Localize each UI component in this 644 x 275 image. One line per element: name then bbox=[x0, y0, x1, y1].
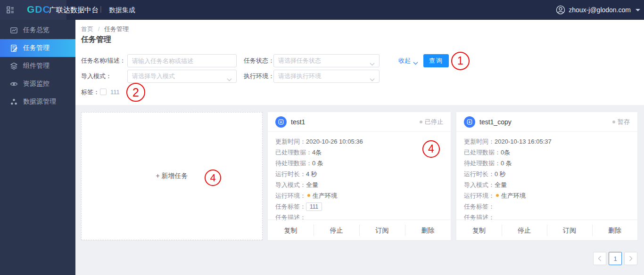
sidebar-item-label: 任务总览 bbox=[23, 26, 50, 34]
chevron-down-icon bbox=[413, 59, 418, 63]
task-title: test1_copy bbox=[479, 118, 512, 126]
pagination: 1 bbox=[593, 252, 637, 265]
topbar-divider: | bbox=[100, 5, 102, 13]
chevron-down-icon bbox=[370, 59, 375, 63]
user-menu[interactable]: zhoux-j@glodon.com bbox=[556, 0, 640, 20]
add-task-card[interactable]: + 新增任务 bbox=[81, 112, 263, 240]
topbar: GDC 广联达数据中台 | 数据集成 zhoux-j@glodon.com bbox=[0, 0, 644, 20]
topbar-nav-data-integration[interactable]: 数据集成 bbox=[109, 6, 135, 15]
task-status-badge: 已停止 bbox=[420, 118, 443, 126]
tag-filter-label: 标签： bbox=[81, 88, 99, 97]
field-value: 全量 bbox=[495, 179, 507, 190]
task-card-header: test1 已停止 bbox=[268, 112, 451, 132]
field-label: 任务标签： bbox=[275, 201, 306, 212]
delete-button[interactable]: 删除 bbox=[592, 220, 637, 240]
task-title: test1 bbox=[291, 118, 305, 126]
sidebar-item-components[interactable]: 组件管理 bbox=[0, 57, 75, 75]
next-page-button[interactable] bbox=[624, 252, 637, 265]
field-label: 运行环境： bbox=[275, 190, 306, 201]
chevron-down-icon bbox=[227, 75, 232, 78]
task-card-body: 更新时间：2020-10-13 16:05:37 已处理数据：0条 待处理数据：… bbox=[456, 132, 637, 223]
chevron-down-icon bbox=[370, 75, 375, 78]
import-mode-placeholder: 请选择导入模式 bbox=[132, 72, 227, 81]
breadcrumb-current: 任务管理 bbox=[104, 25, 129, 32]
task-card-footer: 复制 停止 订阅 删除 bbox=[268, 219, 451, 240]
field-value: 生产环境 bbox=[313, 190, 337, 201]
field-value: 4条 bbox=[312, 147, 322, 158]
stop-button[interactable]: 停止 bbox=[314, 220, 359, 240]
task-name-label: 任务名称/描述： bbox=[81, 54, 126, 67]
field-value: 生产环境 bbox=[501, 190, 526, 201]
field-value: 2020-10-26 10:05:36 bbox=[306, 136, 363, 147]
task-type-icon bbox=[464, 116, 475, 128]
collapse-filters-label: 收起 bbox=[398, 57, 411, 65]
tag-checkbox-label: 111 bbox=[110, 88, 120, 97]
sidebar-item-task-overview[interactable]: 任务总览 bbox=[0, 21, 75, 39]
field-value: 2020-10-13 16:05:37 bbox=[495, 136, 552, 147]
status-dot bbox=[612, 121, 615, 123]
stop-button[interactable]: 停止 bbox=[502, 220, 547, 240]
sidebar-item-label: 数据源管理 bbox=[23, 97, 56, 106]
task-status-select[interactable]: 请选择任务状态 bbox=[273, 54, 380, 67]
sidebar-item-datasource[interactable]: 数据源管理 bbox=[0, 93, 75, 111]
task-status-label: 任务状态： bbox=[244, 54, 274, 67]
subscribe-button[interactable]: 订阅 bbox=[547, 220, 592, 240]
collapse-filters-link[interactable]: 收起 bbox=[398, 54, 418, 67]
add-task-label: + 新增任务 bbox=[156, 172, 188, 180]
field-value: 全量 bbox=[306, 179, 318, 190]
status-text: 已停止 bbox=[425, 118, 443, 126]
annotation-circle-4a: 4 bbox=[205, 170, 221, 186]
status-text: 暂存 bbox=[618, 118, 630, 126]
copy-button[interactable]: 复制 bbox=[268, 220, 314, 240]
task-name-input[interactable] bbox=[127, 54, 237, 67]
field-label: 已处理数据： bbox=[464, 147, 501, 158]
field-label: 导入模式： bbox=[464, 179, 495, 190]
gdc-logo: GDC bbox=[27, 4, 50, 15]
user-avatar-icon bbox=[556, 5, 565, 15]
field-label: 已处理数据： bbox=[275, 147, 312, 158]
field-label: 待处理数据： bbox=[275, 158, 312, 169]
annotation-circle-1: 1 bbox=[451, 52, 470, 70]
collapse-menu-icon[interactable] bbox=[6, 5, 15, 15]
import-mode-label: 导入模式： bbox=[81, 70, 112, 83]
field-value: 0条 bbox=[501, 147, 510, 158]
env-dot bbox=[307, 194, 310, 197]
caret-down-icon bbox=[636, 9, 640, 11]
sidebar-item-resource-monitor[interactable]: 资源监控 bbox=[0, 75, 75, 93]
sidebar-item-task-manage[interactable]: 任务管理 bbox=[0, 39, 75, 57]
task-card-header: test1_copy 暂存 bbox=[456, 112, 637, 132]
exec-env-select[interactable]: 请选择执行环境 bbox=[273, 70, 380, 83]
task-manage-icon bbox=[10, 44, 18, 52]
annotation-circle-4b: 4 bbox=[422, 140, 440, 158]
datasource-icon bbox=[10, 98, 18, 106]
exec-env-placeholder: 请选择执行环境 bbox=[278, 72, 370, 81]
delete-button[interactable]: 删除 bbox=[405, 220, 451, 240]
tag-checkbox[interactable] bbox=[100, 89, 107, 95]
field-label: 待处理数据： bbox=[464, 158, 501, 169]
task-card: test1 已停止 更新时间：2020-10-26 10:05:36 已处理数据… bbox=[268, 112, 451, 240]
annotation-circle-2: 2 bbox=[126, 83, 145, 102]
product-name: 广联达数据中台 bbox=[49, 6, 99, 15]
prev-page-button[interactable] bbox=[593, 252, 606, 265]
task-tag-chip: 111 bbox=[306, 202, 322, 211]
status-dot bbox=[420, 121, 422, 123]
components-icon bbox=[10, 62, 18, 70]
import-mode-select[interactable]: 请选择导入模式 bbox=[127, 70, 237, 83]
page-1-button[interactable]: 1 bbox=[609, 252, 622, 265]
field-value: 0 条 bbox=[501, 158, 512, 169]
exec-env-label: 执行环境： bbox=[244, 70, 274, 83]
chevron-right-icon bbox=[629, 256, 633, 261]
task-overview-icon bbox=[10, 26, 18, 34]
search-button[interactable]: 查询 bbox=[423, 54, 449, 67]
breadcrumb-home[interactable]: 首页 bbox=[81, 25, 93, 32]
resource-monitor-icon bbox=[10, 80, 18, 88]
main-content: 首页 / 任务管理 任务管理 任务名称/描述： 任务状态： 请选择任务状态 收起… bbox=[75, 20, 644, 275]
breadcrumb: 首页 / 任务管理 bbox=[81, 25, 129, 33]
field-label: 更新时间： bbox=[275, 136, 306, 147]
field-label: 运行环境： bbox=[464, 190, 495, 201]
field-value: 0 秒 bbox=[495, 169, 506, 179]
field-label: 任务标签： bbox=[464, 201, 495, 212]
subscribe-button[interactable]: 订阅 bbox=[359, 220, 405, 240]
task-status-placeholder: 请选择任务状态 bbox=[278, 57, 370, 65]
copy-button[interactable]: 复制 bbox=[456, 220, 502, 240]
